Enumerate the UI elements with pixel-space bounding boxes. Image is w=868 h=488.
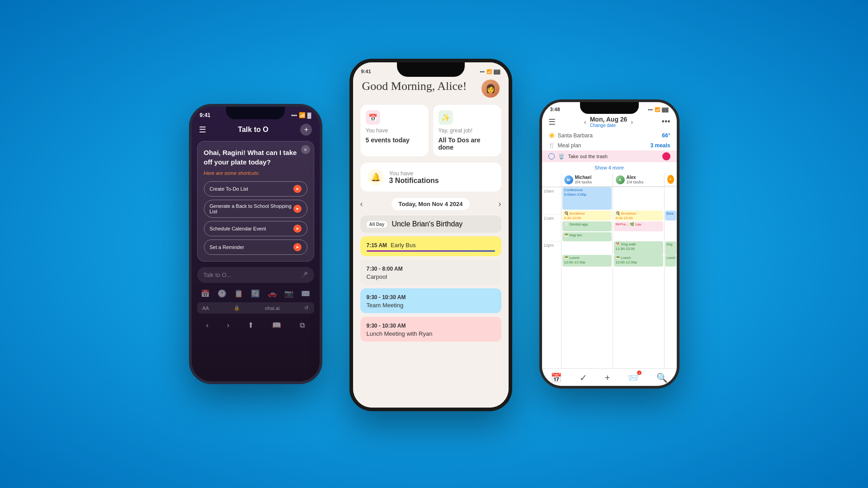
wifi-icon: 📶	[299, 112, 306, 118]
lock-icon: 🔒	[234, 305, 240, 311]
bookmarks-icon[interactable]: 📖	[272, 321, 281, 329]
time-label-12: 12pm	[542, 241, 561, 268]
task-avatar	[662, 152, 670, 160]
close-button[interactable]: ×	[301, 145, 310, 154]
chat-input[interactable]: Talk to O... 🎤	[197, 267, 314, 283]
battery-icon: ▓▓	[662, 107, 669, 112]
todos-card[interactable]: ✨ Yay, great job! All To Dos are done	[433, 105, 501, 156]
event-lunch-meeting[interactable]: 9:30 - 10:30 AM Lunch Meeting with Ryan	[360, 317, 501, 342]
task-checkbox[interactable]	[548, 153, 555, 160]
inbox-nav-button[interactable]: 📨 •	[627, 372, 639, 383]
phone-3-notch	[580, 102, 639, 114]
calendar-nav-button[interactable]: 📅	[551, 372, 562, 383]
phone-1-time: 9:41	[200, 112, 211, 118]
event-time-3: 9:30 - 10:30 AM	[367, 294, 406, 300]
event-early-bus[interactable]: 7:15 AM Early Bus	[360, 236, 501, 256]
browser-bar[interactable]: AA 🔒 ohai.ai ↺	[197, 302, 314, 314]
next-date-button[interactable]: ›	[499, 199, 501, 209]
car-icon[interactable]: 🚗	[268, 289, 277, 298]
events-card[interactable]: 📅 You have 5 events today	[360, 105, 429, 156]
add-nav-button[interactable]: +	[605, 373, 610, 383]
bell-icon: 🔔	[368, 169, 384, 185]
michael-name: Michael	[575, 175, 592, 180]
next-month-button[interactable]: ›	[631, 118, 633, 126]
time-label-11: 11am	[542, 214, 561, 241]
input-placeholder: Talk to O...	[203, 272, 231, 278]
send-icon-4: ➤	[293, 243, 302, 251]
dentist-event[interactable]: 🦷 Dentist app	[562, 221, 612, 231]
notif-value: 3 Notifications	[389, 177, 439, 185]
change-date-link[interactable]: Change date	[590, 123, 627, 128]
pre-event[interactable]: 🍽 Pre... 🌿 Lau	[614, 221, 663, 231]
phone-1: 9:41 ▪▪▪ 📶 ▓ ☰ Talk to O + × Ohai, Ragin…	[189, 104, 322, 384]
more-event-2: Dog	[665, 241, 676, 255]
shortcut-2[interactable]: Generate a Back to School Shopping List …	[204, 200, 307, 218]
photo-icon[interactable]: 📷	[284, 289, 293, 298]
summary-cards: 📅 You have 5 events today ✨ Yay, great j…	[353, 105, 509, 163]
event-name-2: Carpool	[367, 273, 495, 280]
toolbar: 📅 🕐 📋 🔄 🚗 📷 ✉️	[192, 286, 320, 300]
time-label-10: 10am	[542, 187, 561, 214]
mic-icon[interactable]: 🎤	[301, 272, 308, 278]
inbox-badge: •	[637, 371, 642, 375]
refresh-icon[interactable]: ↺	[304, 305, 308, 311]
more-options-icon[interactable]: •••	[662, 117, 670, 127]
event-time-1: 7:15 AM	[367, 242, 387, 249]
conference-event[interactable]: Conference9:00am-3:00p	[562, 187, 612, 210]
phone-1-content: 9:41 ▪▪▪ 📶 ▓ ☰ Talk to O + × Ohai, Ragin…	[192, 107, 320, 381]
shortcut-4[interactable]: Set a Reminder ➤	[204, 239, 307, 255]
calendar-icon[interactable]: 📅	[201, 289, 210, 298]
phone-2-content: 9:41 ▪▪▪ 📶 ▓▓ Good Morning, Alice! 👩 📅 Y…	[353, 62, 509, 408]
todos-card-value: All To Dos are done	[439, 136, 496, 151]
lunch-event-a[interactable]: 🥗 Lunch12:00-12:30p	[614, 255, 663, 267]
search-nav-button[interactable]: 🔍	[656, 372, 668, 383]
task-row[interactable]: 🗑️ Take out the trash	[542, 150, 677, 162]
shortcut-3[interactable]: Schedule Calendar Event ➤	[204, 221, 307, 236]
greeting-text: Good Morning, Alice!	[362, 80, 467, 93]
check-card-icon: ✨	[439, 110, 453, 125]
phone-1-notch	[226, 107, 285, 119]
shortcuts-label: Here are some shortcuts:	[204, 170, 307, 176]
list-icon[interactable]: 📋	[234, 289, 243, 298]
shortcut-1[interactable]: Create To-Do List ➤	[204, 181, 307, 197]
forward-button[interactable]: ›	[227, 321, 229, 329]
add-button[interactable]: +	[300, 124, 312, 136]
dog-walk-event-a[interactable]: 🐕 Dog walk11:30-12:00	[614, 241, 663, 255]
nap-event[interactable]: 🥗 Nap tim	[562, 232, 612, 241]
weather-value: 66°	[662, 132, 670, 139]
bottom-navigation: 📅 ✓ + 📨 • 🔍	[542, 368, 677, 386]
breakfast-event-a[interactable]: 🍳 Breakfast9:30-10:00	[614, 211, 663, 221]
breakfast-event-m[interactable]: 🍳 Breakfast9:30-10:00	[562, 211, 612, 221]
browser-url: ohai.ai	[265, 305, 279, 311]
sync-icon[interactable]: 🔄	[251, 289, 260, 298]
menu-icon[interactable]: ☰	[199, 125, 206, 135]
check-nav-button[interactable]: ✓	[580, 372, 587, 383]
tabs-icon[interactable]: ⧉	[300, 321, 305, 329]
prev-date-button[interactable]: ‹	[360, 199, 363, 209]
meal-plan-label: 🍴 Meal plan	[548, 142, 581, 149]
show-more-button[interactable]: Show 4 more	[542, 162, 677, 173]
clock-icon[interactable]: 🕐	[217, 289, 226, 298]
mail-icon[interactable]: ✉️	[301, 289, 310, 298]
hamburger-icon[interactable]: ☰	[548, 117, 556, 127]
prev-month-button[interactable]: ‹	[584, 118, 586, 126]
greeting-section: Good Morning, Alice! 👩	[353, 76, 509, 105]
allday-badge: All Day	[367, 221, 387, 228]
lunch-event-m[interactable]: 🥗 Lunch12:00-12:30p	[562, 255, 612, 267]
share-icon[interactable]: ⬆	[248, 321, 254, 329]
event-allday[interactable]: All Day Uncle Brian's Birthday	[360, 216, 501, 233]
signal-icon: ▪▪▪	[291, 112, 297, 118]
phone-1-status-icons: ▪▪▪ 📶 ▓	[291, 112, 311, 118]
person-header-alex: A Alex 1/4 tasks	[613, 173, 664, 187]
notifications-card[interactable]: 🔔 You have 3 Notifications	[360, 163, 501, 192]
michael-tasks: 2/4 tasks	[575, 180, 592, 184]
calendar-date-nav: ‹ Mon, Aug 26 Change date ›	[556, 116, 662, 128]
person-header-michael: M Michael 2/4 tasks	[561, 173, 613, 187]
event-name-3: Team Meeting	[367, 302, 495, 309]
back-button[interactable]: ‹	[206, 321, 208, 329]
time-labels: 10am 11am 12pm	[542, 187, 561, 368]
event-allday-name: Uncle Brian's Birthday	[392, 220, 462, 228]
battery-icon: ▓▓	[494, 69, 500, 74]
event-team-meeting[interactable]: 9:30 - 10:30 AM Team Meeting	[360, 288, 501, 313]
event-carpool[interactable]: 7:30 - 8:00 AM Carpool	[360, 260, 501, 285]
